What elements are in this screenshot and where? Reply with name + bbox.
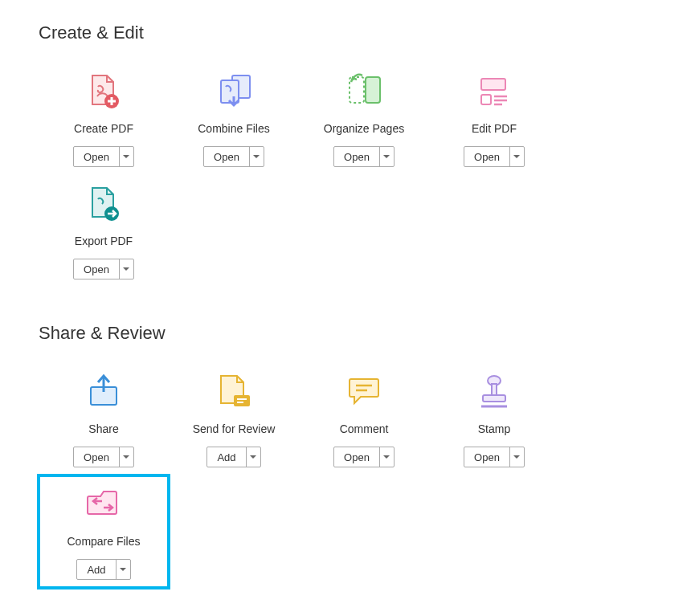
tool-label: Comment — [340, 422, 389, 435]
tool-action-button[interactable]: Open — [74, 147, 119, 166]
tool-action-split-button[interactable]: Add — [76, 559, 130, 580]
chevron-down-icon[interactable] — [116, 560, 130, 579]
tool-card[interactable]: StampOpen — [429, 363, 559, 475]
tool-action-split-button[interactable]: Open — [73, 146, 134, 167]
tool-label: Compare Files — [67, 535, 140, 548]
create-pdf-icon — [84, 69, 123, 114]
tool-label: Create PDF — [74, 122, 133, 135]
tool-action-split-button[interactable]: Open — [333, 146, 395, 167]
chevron-down-icon[interactable] — [509, 447, 524, 467]
tool-label: Share — [88, 422, 118, 435]
tool-card[interactable]: Combine FilesOpen — [169, 63, 299, 175]
chevron-down-icon[interactable] — [379, 447, 394, 467]
send-review-icon — [215, 369, 253, 414]
tool-label: Combine Files — [198, 122, 269, 135]
tool-action-split-button[interactable]: Open — [203, 146, 264, 167]
tool-action-split-button[interactable]: Add — [206, 447, 260, 467]
tool-card[interactable]: Organize PagesOpen — [299, 63, 429, 175]
tool-grid: Create PDFOpenCombine FilesOpenOrganize … — [39, 63, 656, 288]
chevron-down-icon[interactable] — [119, 447, 133, 467]
tool-action-button[interactable]: Add — [77, 560, 115, 579]
tool-card[interactable]: Compare FilesAdd — [39, 475, 169, 588]
tool-action-button[interactable]: Open — [204, 147, 249, 166]
tool-action-button[interactable]: Open — [334, 147, 379, 166]
chevron-down-icon[interactable] — [249, 147, 264, 166]
stamp-icon — [475, 369, 513, 414]
chevron-down-icon[interactable] — [119, 147, 133, 166]
chevron-down-icon[interactable] — [246, 447, 260, 467]
compare-files-icon — [84, 482, 123, 527]
tool-action-button[interactable]: Open — [464, 147, 509, 166]
tool-card[interactable]: ShareOpen — [39, 363, 169, 475]
export-pdf-icon — [84, 182, 123, 226]
tool-card[interactable]: Send for ReviewAdd — [169, 363, 299, 475]
edit-pdf-icon — [475, 69, 513, 114]
tool-card[interactable]: Create PDFOpen — [39, 63, 169, 175]
section-title: Create & Edit — [39, 22, 656, 43]
tool-action-split-button[interactable]: Open — [464, 146, 525, 167]
tool-action-button[interactable]: Open — [74, 259, 119, 279]
tool-label: Send for Review — [193, 422, 276, 435]
tool-action-split-button[interactable]: Open — [333, 447, 395, 467]
share-icon — [84, 369, 123, 414]
tool-action-split-button[interactable]: Open — [73, 259, 134, 279]
tool-action-button[interactable]: Open — [74, 447, 119, 467]
chevron-down-icon[interactable] — [119, 259, 133, 279]
combine-files-icon — [215, 69, 253, 114]
tool-label: Edit PDF — [472, 122, 517, 135]
tool-action-button[interactable]: Open — [464, 447, 509, 467]
tool-label: Organize Pages — [324, 122, 404, 135]
tool-action-button[interactable]: Open — [334, 447, 379, 467]
tool-card[interactable]: Edit PDFOpen — [429, 63, 559, 175]
tool-section: Create & EditCreate PDFOpenCombine Files… — [39, 22, 656, 288]
chevron-down-icon[interactable] — [509, 147, 524, 166]
tool-label: Stamp — [478, 422, 510, 435]
tool-action-button[interactable]: Add — [207, 447, 245, 467]
tool-action-split-button[interactable]: Open — [73, 447, 134, 467]
tool-grid: ShareOpenSend for ReviewAddCommentOpenSt… — [39, 363, 656, 588]
chevron-down-icon[interactable] — [379, 147, 394, 166]
tool-card[interactable]: Export PDFOpen — [39, 175, 169, 288]
tool-section: Share & ReviewShareOpenSend for ReviewAd… — [39, 323, 656, 588]
section-title: Share & Review — [39, 323, 656, 344]
organize-pages-icon — [345, 69, 383, 114]
tool-label: Export PDF — [75, 235, 133, 247]
tool-action-split-button[interactable]: Open — [464, 447, 525, 467]
tool-card[interactable]: CommentOpen — [299, 363, 429, 475]
comment-icon — [345, 369, 383, 414]
